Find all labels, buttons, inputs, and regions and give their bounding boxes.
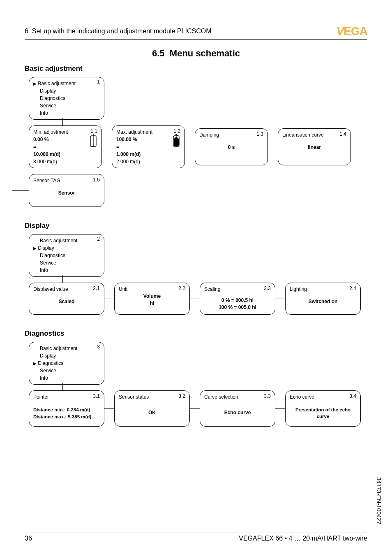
marker-icon bbox=[33, 81, 37, 86]
box-pointer: 3.1 Pointer Distance min.: 0.234 m(d) Di… bbox=[29, 390, 104, 427]
box-lighting: 2.4 Lighting Switched on bbox=[285, 283, 361, 315]
box-title: Min. adjustment bbox=[33, 128, 97, 136]
connector-line bbox=[12, 190, 29, 191]
box-value: 10.000 m(d) bbox=[33, 151, 97, 158]
page-footer: 36 VEGAFLEX 66 • 4 … 20 mA/HART two-wire bbox=[25, 532, 367, 542]
menu-item: Diagnostics bbox=[38, 360, 63, 366]
chapter-text: Set up with the indicating and adjustmen… bbox=[32, 28, 212, 35]
box-title: Sensor status bbox=[119, 393, 185, 401]
box-sensor-tag: 1.5 Sensor-TAG Sensor bbox=[29, 174, 104, 207]
marker-icon bbox=[33, 245, 37, 251]
box-line2: curve bbox=[290, 413, 356, 420]
menu-list: Basic adjustment Display Diagnostics Ser… bbox=[33, 237, 100, 274]
menu-number: 3 bbox=[97, 344, 100, 350]
box-value: Scaled bbox=[33, 298, 100, 305]
page-number: 36 bbox=[25, 535, 32, 542]
box-value: linear bbox=[282, 144, 346, 151]
box-title: Pointer bbox=[33, 393, 100, 401]
side-doc-id: 34173-EN-100427 bbox=[376, 477, 382, 524]
menu-root-display: 2 Basic adjustment Display Diagnostics S… bbox=[29, 234, 104, 277]
box-curve-selection: 3.3 Curve selection Echo curve bbox=[200, 390, 275, 427]
box-line1: 0 % = 000.5 hl bbox=[204, 297, 271, 304]
menu-root-diagnostics: 3 Basic adjustment Display Diagnostics S… bbox=[29, 342, 104, 385]
box-line1: Presentation of the echo bbox=[290, 406, 356, 413]
box-number: 2.3 bbox=[264, 285, 271, 292]
box-number: 3.4 bbox=[349, 392, 356, 400]
box-linearisation: 1.4 Linearisation curve linear bbox=[278, 128, 351, 165]
box-title: Sensor-TAG bbox=[33, 177, 100, 184]
logo-v: V bbox=[337, 25, 344, 38]
menu-item: Diagnostics bbox=[40, 253, 65, 258]
box-max-adjustment: 1.2 Max. adjustment 100.00 % = 1.000 m(d… bbox=[112, 125, 185, 168]
box-title: Echo curve bbox=[290, 393, 356, 401]
group-basic-adjustment: Basic adjustment 1 Basic adjustment Disp… bbox=[25, 65, 367, 207]
connector-line bbox=[104, 408, 114, 409]
display-row: 2.1 Displayed value Scaled 2.2 Unit Volu… bbox=[29, 283, 367, 315]
box-min-adjustment: 1.1 Min. adjustment 0.00 % = 10.000 m(d)… bbox=[29, 125, 102, 168]
vega-logo-icon: VEGA bbox=[337, 25, 367, 38]
menu-item: Display bbox=[40, 88, 56, 94]
menu-number: 1 bbox=[97, 79, 100, 85]
menu-item: Basic adjustment bbox=[40, 346, 77, 351]
box-line2: Distance max.: 5.385 m(d) bbox=[33, 413, 100, 420]
tank-full-icon bbox=[172, 134, 180, 148]
menu-root-basic: 1 Basic adjustment Display Diagnostics S… bbox=[29, 77, 104, 120]
box-value: Switched on bbox=[290, 298, 356, 305]
box-number: 3.1 bbox=[93, 392, 100, 400]
chapter-number: 6 bbox=[25, 28, 28, 35]
box-title: Max. adjustment bbox=[116, 128, 180, 136]
menu-item: Service bbox=[40, 260, 56, 266]
svg-rect-3 bbox=[174, 138, 179, 146]
connector-line bbox=[104, 299, 114, 299]
box-value: OK bbox=[119, 409, 185, 416]
marker-icon bbox=[33, 360, 37, 366]
box-number: 1.4 bbox=[339, 130, 346, 138]
connector-line bbox=[102, 147, 112, 147]
section-text: Menu schematic bbox=[170, 48, 240, 58]
box-title: Lighting bbox=[290, 285, 356, 293]
box-line1: Volume bbox=[119, 293, 185, 300]
logo-rest: EGA bbox=[344, 25, 367, 38]
box-title: Displayed value bbox=[33, 285, 100, 293]
box-title: Scaling bbox=[204, 285, 271, 293]
box-sensor-status: 3.2 Sensor status OK bbox=[114, 390, 190, 427]
menu-item: Service bbox=[40, 368, 56, 374]
box-damping: 1.3 Damping 0 s bbox=[195, 128, 268, 165]
box-extra: 2.000 m(d) bbox=[116, 158, 180, 165]
connector-line bbox=[275, 408, 285, 409]
diagnostics-heading: Diagnostics bbox=[25, 330, 367, 338]
menu-list: Basic adjustment Display Diagnostics Ser… bbox=[33, 345, 100, 382]
diagnostics-row: 3.1 Pointer Distance min.: 0.234 m(d) Di… bbox=[29, 390, 367, 427]
connector-line bbox=[190, 408, 200, 409]
menu-item: Basic adjustment bbox=[38, 81, 75, 86]
box-percent: 100.00 % bbox=[116, 136, 180, 143]
box-value: 0 s bbox=[199, 144, 263, 151]
menu-item: Info bbox=[40, 267, 48, 273]
box-number: 2.2 bbox=[178, 285, 185, 292]
box-extra: 8.000 m(d) bbox=[33, 158, 97, 165]
box-number: 2.4 bbox=[349, 285, 356, 292]
box-line2: hl bbox=[119, 300, 185, 307]
menu-item: Display bbox=[40, 353, 56, 359]
menu-item: Info bbox=[40, 375, 48, 381]
footer-doc: VEGAFLEX 66 • 4 … 20 mA/HART two-wire bbox=[239, 535, 367, 542]
connector-line bbox=[62, 275, 63, 283]
menu-item: Service bbox=[40, 103, 56, 109]
box-title: Unit bbox=[119, 285, 185, 293]
basic-row-2: 1.5 Sensor-TAG Sensor bbox=[25, 174, 367, 207]
box-number: 2.1 bbox=[93, 285, 100, 292]
box-number: 3.2 bbox=[178, 392, 185, 400]
menu-item: Basic adjustment bbox=[40, 238, 77, 244]
basic-row-1: 1.1 Min. adjustment 0.00 % = 10.000 m(d)… bbox=[29, 125, 367, 168]
connector-line bbox=[62, 383, 63, 391]
chapter-title: 6 Set up with the indicating and adjustm… bbox=[25, 28, 211, 35]
section-title: 6.5 Menu schematic bbox=[25, 48, 367, 59]
box-displayed-value: 2.1 Displayed value Scaled bbox=[29, 283, 104, 315]
box-number: 1.5 bbox=[93, 176, 100, 183]
box-value: Echo curve bbox=[204, 409, 271, 416]
menu-item: Info bbox=[40, 110, 48, 116]
section-number: 6.5 bbox=[152, 48, 165, 58]
box-eq: = bbox=[33, 143, 97, 151]
menu-item: Display bbox=[38, 245, 54, 251]
menu-number: 2 bbox=[97, 236, 100, 242]
